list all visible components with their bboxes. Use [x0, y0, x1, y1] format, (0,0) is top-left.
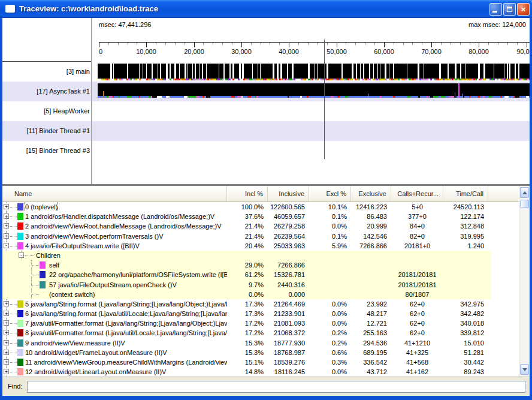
tree-expander-icon[interactable]: + [4, 233, 9, 239]
thread-row[interactable]: [15] Binder Thread #3 [2, 141, 530, 161]
calls-cell [391, 251, 443, 260]
excl-cell: 0.0% [309, 299, 351, 309]
table-header: Name Incl % Inclusive Excl % Exclusive C… [2, 186, 530, 202]
table-row[interactable]: 57 java/io/FileOutputStream.openCheck ()… [2, 280, 519, 290]
table-row[interactable]: +6 java/lang/String.format (Ljava/util/L… [2, 309, 519, 318]
table-vertical-scrollbar[interactable] [519, 186, 530, 377]
method-color-swatch [17, 203, 23, 210]
inclusive-cell: 21233.901 [268, 309, 309, 318]
tree-expander-icon[interactable]: + [4, 223, 9, 228]
tree-expander-icon[interactable]: + [4, 311, 9, 316]
title-bar[interactable]: Traceview: c:\work\android\load.trace × [0, 0, 532, 18]
inclusive-cell: 26279.258 [268, 221, 309, 231]
timeline-divider[interactable] [91, 18, 92, 184]
tree-expander-icon[interactable]: + [4, 213, 9, 219]
column-header-name[interactable]: Name [2, 186, 227, 201]
time-ruler[interactable]: 010,00020,00030,00040,00050,00060,00070,… [99, 42, 530, 59]
calls-cell: 62+0 [391, 309, 443, 318]
table-row[interactable]: +0 (toplevel)100.0%122600.56510.1%12416.… [2, 202, 519, 212]
timeline-cursor-line[interactable] [324, 40, 325, 159]
column-header-excl-pct[interactable]: Excl % [309, 186, 351, 201]
tree-expander-icon[interactable]: + [4, 330, 9, 335]
table-row[interactable]: +11 android/view/ViewGroup.measureChildW… [2, 357, 519, 367]
scrollbar-down-button[interactable] [520, 364, 529, 375]
table-row[interactable]: +8 java/util/Formatter.format (Ljava/uti… [2, 328, 519, 338]
name-cell: +1 android/os/Handler.dispatchMessage (L… [2, 212, 227, 221]
table-row[interactable]: +5 java/lang/String.format (Ljava/lang/S… [2, 299, 519, 309]
tree-expander-icon[interactable]: + [4, 204, 9, 209]
ruler-minor-tick [346, 43, 346, 45]
scrollbar-thumb[interactable] [520, 200, 529, 208]
tree-expander-icon[interactable]: - [19, 252, 24, 258]
ruler-tick-label: 20,000 [184, 48, 204, 55]
excl-cell: 0.6% [309, 348, 351, 357]
column-header-calls-recur[interactable]: Calls+Recur... [391, 186, 443, 201]
name-cell: self [2, 260, 227, 270]
tree-expander-icon[interactable]: + [4, 340, 9, 345]
column-header-inclusive[interactable]: Inclusive [268, 186, 309, 201]
ruler-minor-tick [507, 43, 508, 45]
table-row[interactable]: +12 android/widget/LinearLayout.onMeasur… [2, 367, 519, 377]
table-row[interactable]: +3 android/view/ViewRoot.performTraversa… [2, 231, 519, 241]
table-row[interactable]: -4 java/io/FileOutputStream.write ([BII)… [2, 241, 519, 251]
table-row[interactable]: (context switch)0.0%0.00080/1807 [2, 290, 519, 299]
ruler-minor-tick [222, 43, 223, 45]
tree-expander-icon[interactable]: + [4, 359, 9, 365]
method-color-swatch [17, 300, 23, 308]
tree-connector [10, 236, 17, 237]
method-name: 2 android/view/ViewRoot.handleMessage (L… [25, 221, 222, 231]
ruler-major-tick [289, 43, 289, 47]
find-input[interactable] [27, 381, 525, 393]
method-color-swatch [17, 242, 23, 249]
tree-expander-icon[interactable]: + [4, 350, 9, 355]
calls-cell: 62+0 [391, 318, 443, 328]
table-row[interactable]: -Children [2, 251, 519, 260]
ruler-tick-label: 40,000 [279, 48, 299, 55]
method-name: 8 java/util/Formatter.format (Ljava/util… [25, 328, 227, 338]
column-header-incl-pct[interactable]: Incl % [227, 186, 268, 201]
tree-expander-icon[interactable]: - [4, 243, 9, 248]
thread-label: [5] HeapWorker [6, 101, 90, 121]
maximize-icon [507, 7, 512, 12]
excl-cell: 0.3% [309, 357, 351, 367]
main-thread-timeline-bars[interactable] [98, 64, 530, 80]
table-row[interactable]: +10 android/widget/FrameLayout.onMeasure… [2, 348, 519, 357]
scrollbar-up-button[interactable] [520, 187, 529, 198]
name-cell: 57 java/io/FileOutputStream.openCheck ()… [2, 280, 227, 290]
thread-row[interactable]: [5] HeapWorker [2, 101, 530, 121]
timecall-cell [443, 280, 488, 290]
inclusive-cell: 21081.093 [268, 318, 309, 328]
exclusive-cell [351, 280, 391, 290]
column-header-exclusive[interactable]: Exclusive [351, 186, 391, 201]
calls-cell: 20181+0 [391, 241, 443, 251]
thread-row[interactable]: [11] Binder Thread #1 [2, 121, 530, 141]
tree-expander-icon[interactable]: + [4, 369, 9, 374]
calls-cell: 5+0 [391, 202, 443, 212]
timecall-cell: 122.174 [443, 212, 488, 221]
inclusive-cell: 0.000 [268, 290, 309, 299]
minimize-button[interactable] [489, 3, 502, 16]
close-button[interactable]: × [517, 3, 530, 16]
exclusive-cell: 43.712 [351, 367, 391, 377]
column-header-time-call[interactable]: Time/Call [443, 186, 488, 201]
table-row[interactable]: +9 android/view/View.measure (II)V15.3%1… [2, 338, 519, 348]
excl-cell [309, 251, 351, 260]
method-color-swatch [17, 320, 23, 327]
name-cell: -Children [2, 251, 227, 260]
inclusive-cell: 25033.963 [268, 241, 309, 251]
method-name: 1 android/os/Handler.dispatchMessage (La… [25, 212, 214, 221]
table-row[interactable]: +7 java/util/Formatter.format (Ljava/lan… [2, 318, 519, 328]
maximize-button[interactable] [503, 3, 516, 16]
table-row[interactable]: 22 org/apache/harmony/luni/platform/OSFi… [2, 270, 519, 279]
app-icon[interactable] [5, 5, 15, 13]
table-row[interactable]: self29.0%7266.866 [2, 260, 519, 270]
tree-expander-icon[interactable]: + [4, 320, 9, 326]
tree-expander-icon[interactable]: + [4, 301, 9, 306]
asynctask-thread-timeline-bar[interactable] [98, 83, 530, 98]
tree-connector [10, 216, 17, 218]
table-row[interactable]: +1 android/os/Handler.dispatchMessage (L… [2, 212, 519, 221]
ruler-major-tick [337, 43, 337, 47]
incl-cell: 0.0% [227, 290, 268, 299]
timecall-cell: 51.281 [443, 348, 488, 357]
table-row[interactable]: +2 android/view/ViewRoot.handleMessage (… [2, 221, 519, 231]
